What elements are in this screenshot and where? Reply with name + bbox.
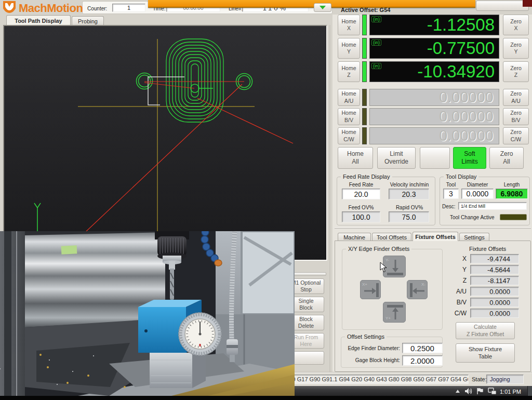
panel-divider xyxy=(329,25,330,372)
tab-tool-offsets[interactable]: Tool Offsets xyxy=(372,233,411,241)
feed-ov-field: 100.0 xyxy=(342,211,380,222)
fixture-z-field[interactable]: -8.1147 xyxy=(470,276,519,285)
show-desktop-button[interactable] xyxy=(527,386,532,396)
y-units-badge: (in) xyxy=(371,39,381,46)
feed-rate-field[interactable]: 20.0 xyxy=(342,189,380,199)
length-label: Length xyxy=(497,182,527,188)
soft-limits-button[interactable]: Soft Limits xyxy=(453,147,486,169)
au-position-display: 0.00000 xyxy=(369,89,499,106)
machine-camera-view xyxy=(0,231,295,396)
cw-position-display: 0.00000 xyxy=(369,127,499,144)
toolpath-display[interactable] xyxy=(3,25,327,261)
bv-position-display: 0.00000 xyxy=(369,108,499,125)
tool-diameter-field[interactable]: 0.0000 xyxy=(461,189,494,199)
home-bv-button[interactable]: Home B/V xyxy=(338,108,360,125)
taskbar-clock[interactable]: 1:01 PM xyxy=(500,389,521,395)
fixture-x-field[interactable]: -9.4744 xyxy=(470,254,519,263)
mouse-cursor-icon xyxy=(380,262,388,273)
au-axis-enabled-indicator xyxy=(362,89,367,106)
x-axis-enabled-indicator xyxy=(362,15,367,35)
x-units-badge: (in) xyxy=(371,16,381,22)
velocity-label: Velocity inch/min xyxy=(387,182,432,188)
rapid-ov-field: 75.0 xyxy=(389,211,429,222)
zero-all-button[interactable]: Zero All xyxy=(489,147,524,169)
home-cw-button[interactable]: Home C/W xyxy=(338,127,360,144)
velocity-field: 20.3 xyxy=(389,189,429,199)
edge-find-y-plus-button[interactable]: Y+ xyxy=(383,302,406,323)
machmotion-logo-icon xyxy=(2,1,17,14)
feed-ov-label: Feed OV% xyxy=(340,205,382,210)
tab-tool-path-display[interactable]: Tool Path Display xyxy=(6,15,71,25)
edge-finder-group-title: X/Y Edge Finder Offsets xyxy=(346,246,411,252)
fixture-cw-field[interactable]: 0.0000 xyxy=(470,309,519,318)
toolpath-canvas xyxy=(4,26,326,260)
home-x-button[interactable]: Home X xyxy=(338,15,360,35)
edge-find-x-plus-button[interactable]: X+ xyxy=(360,280,381,299)
tool-display-group-title: Tool Display xyxy=(444,174,478,180)
fixture-y-field[interactable]: -4.5644 xyxy=(470,265,519,274)
y-axis-enabled-indicator xyxy=(362,38,367,59)
home-y-button[interactable]: Home Y xyxy=(338,38,360,59)
fixture-axis-y: Y xyxy=(448,266,467,273)
z-units-badge: (in) xyxy=(371,63,381,69)
edge-find-x-minus-button[interactable]: X- xyxy=(407,280,428,299)
x-position-display[interactable]: (in) -1.12508 xyxy=(369,15,499,35)
zero-z-button[interactable]: Zero Z xyxy=(503,61,529,82)
top-right-red-patch xyxy=(523,0,532,7)
orange-banner xyxy=(148,0,475,8)
zero-y-button[interactable]: Zero Y xyxy=(503,38,529,59)
edge-finder-diameter-label: Edge Finder Diameter: xyxy=(343,345,400,351)
tool-desc-field[interactable]: 1/4 End Mill xyxy=(458,202,527,210)
tab-fixture-offsets[interactable]: Fixture Offsets xyxy=(413,232,458,241)
tool-change-active-label: Tool Change Active xyxy=(450,215,495,220)
limit-override-button[interactable]: Limit Override xyxy=(377,147,416,169)
fixture-bv-field[interactable]: 0.0000 xyxy=(470,298,519,307)
cycle-dropdown-button[interactable] xyxy=(314,3,331,12)
z-position-display[interactable]: (in) -10.34920 xyxy=(369,61,499,82)
zero-cw-button[interactable]: Zero C/W xyxy=(503,127,529,144)
tool-change-active-led xyxy=(500,214,527,220)
home-au-button[interactable]: Home A/U xyxy=(338,89,360,106)
window-control-button[interactable] xyxy=(476,1,529,11)
home-z-button[interactable]: Home Z xyxy=(338,61,360,82)
speaker-icon[interactable] xyxy=(464,388,473,395)
network-icon[interactable] xyxy=(488,388,497,395)
diameter-label: Diameter xyxy=(461,182,494,188)
separator xyxy=(335,228,531,229)
tool-length-field: 6.9080 xyxy=(496,189,528,199)
tool-label: Tool xyxy=(443,182,459,188)
tool-number-field[interactable]: 3 xyxy=(443,189,459,199)
tool-desc-label: Desc: xyxy=(442,204,456,209)
fixture-au-field[interactable]: 0.0000 xyxy=(470,287,519,296)
dropdown-arrow-icon xyxy=(319,5,326,10)
state-label: State: xyxy=(472,376,487,382)
calculate-z-fixture-offset-button[interactable]: CalculateZ Fixture Offset xyxy=(456,322,515,339)
gage-block-height-label: Gage Block Height: xyxy=(343,357,400,363)
feed-rate-label: Feed Rate xyxy=(340,182,382,188)
home-all-button[interactable]: Home All xyxy=(338,147,373,169)
camera-photo xyxy=(0,231,295,396)
logo-text: MachMotion xyxy=(19,2,83,15)
show-fixture-table-button[interactable]: Show FixtureTable xyxy=(456,343,515,363)
blank-button[interactable] xyxy=(420,147,450,169)
z-axis-enabled-indicator xyxy=(362,61,367,82)
tab-machine[interactable]: Machine xyxy=(338,233,371,241)
zero-bv-button[interactable]: Zero B/V xyxy=(503,108,529,125)
gcode-status-field: G0 G17 G90 G91.1 G94 G20 G40 G43 G80 G98… xyxy=(285,375,469,384)
y-position-display[interactable]: (in) -0.77500 xyxy=(369,38,499,59)
machmotion-control-screen: MachMotion Counter: 1 Time: 00:00:00 Lin… xyxy=(0,0,532,400)
flag-icon[interactable] xyxy=(476,388,484,395)
tab-probing[interactable]: Probing xyxy=(72,16,104,25)
gage-block-height-field[interactable]: 2.0000 xyxy=(402,355,443,366)
state-field: Jogging xyxy=(486,375,524,384)
fixture-axis-bv: B/V xyxy=(448,299,467,306)
zero-au-button[interactable]: Zero A/U xyxy=(503,89,529,106)
offset-settings-title: Offset Settings xyxy=(345,334,387,340)
zero-x-button[interactable]: Zero X xyxy=(503,15,529,35)
tray-expand-icon[interactable] xyxy=(455,389,460,393)
fixture-axis-z: Z xyxy=(448,277,467,284)
feed-rate-group-title: Feed Rate Display xyxy=(341,174,392,180)
tab-settings[interactable]: Settings xyxy=(459,233,489,241)
edge-finder-diameter-field[interactable]: 0.2500 xyxy=(402,343,443,353)
fixture-offsets-title: Fixture Offsets xyxy=(469,246,506,252)
